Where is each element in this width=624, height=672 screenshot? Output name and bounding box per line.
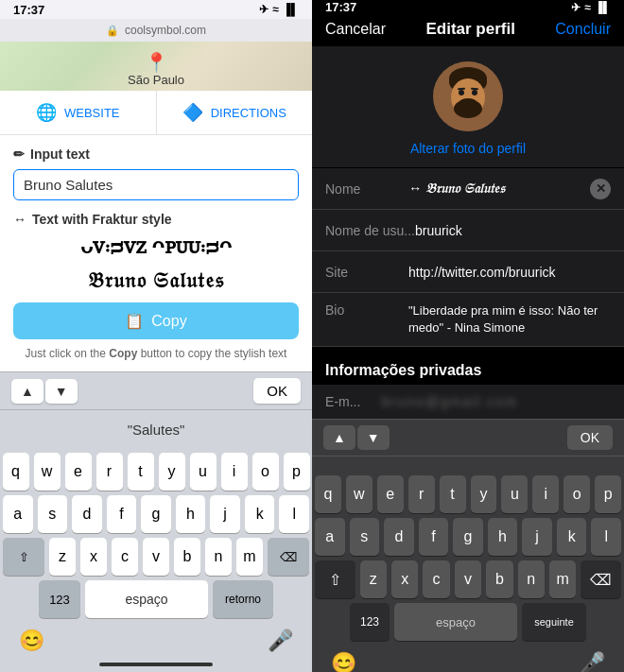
key-w[interactable]: w bbox=[34, 453, 61, 491]
rp-key-p[interactable]: p bbox=[595, 475, 621, 513]
rp-delete-key[interactable]: ⌫ bbox=[581, 560, 621, 598]
right-status-icons: ✈ ≈ ▐▌ bbox=[571, 1, 611, 14]
directions-button[interactable]: 🔷 DIRECTIONS bbox=[157, 91, 313, 134]
mic-button[interactable]: 🎤 bbox=[268, 629, 293, 653]
key-x[interactable]: x bbox=[80, 538, 107, 576]
airplane-icon: ✈ bbox=[259, 3, 269, 16]
rp-key-y[interactable]: y bbox=[471, 475, 497, 513]
key-e[interactable]: e bbox=[65, 453, 92, 491]
profile-fields: Nome ↔ 𝔅𝔯𝔲𝔫𝔬 𝔖𝔞𝔩𝔲𝔱𝔢𝔰 ✕ Nome de usu... br… bbox=[312, 168, 624, 347]
username-value: bruurick bbox=[415, 223, 611, 238]
text-input[interactable] bbox=[13, 169, 299, 200]
rp-key-l[interactable]: l bbox=[591, 518, 621, 556]
right-emoji-button[interactable]: 😊 bbox=[331, 651, 356, 672]
avatar[interactable] bbox=[433, 61, 503, 131]
battery-icon: ▐▌ bbox=[283, 3, 299, 16]
confirm-button[interactable]: Concluir bbox=[555, 21, 611, 38]
rp-key-r[interactable]: r bbox=[408, 475, 435, 513]
rp-key-q[interactable]: q bbox=[315, 475, 341, 513]
key-d[interactable]: d bbox=[72, 495, 102, 533]
key-n[interactable]: n bbox=[205, 538, 232, 576]
rp-key-k[interactable]: k bbox=[557, 518, 587, 556]
rp-key-u[interactable]: u bbox=[501, 475, 528, 513]
right-down-arrow[interactable]: ▼ bbox=[357, 425, 390, 450]
copy-button[interactable]: 📋 Copy bbox=[13, 302, 299, 339]
shift-key[interactable]: ⇧ bbox=[3, 538, 44, 576]
website-button[interactable]: 🌐 WEBSITE bbox=[0, 91, 157, 134]
rp-return-key[interactable]: seguinte bbox=[522, 603, 586, 641]
svg-point-6 bbox=[459, 90, 464, 95]
rp-key-e[interactable]: e bbox=[377, 475, 404, 513]
down-arrow-button[interactable]: ▼ bbox=[45, 379, 78, 404]
key-g[interactable]: g bbox=[141, 495, 171, 533]
key-k[interactable]: k bbox=[245, 495, 275, 533]
key-l[interactable]: l bbox=[279, 495, 309, 533]
key-u[interactable]: u bbox=[190, 453, 217, 491]
key-s[interactable]: s bbox=[38, 495, 68, 533]
right-mic-button[interactable]: 🎤 bbox=[580, 651, 605, 672]
rp-key-h[interactable]: h bbox=[488, 518, 518, 556]
ok-button[interactable]: OK bbox=[253, 378, 301, 404]
rp-key-j[interactable]: j bbox=[522, 518, 552, 556]
right-status-bar: 17:37 ✈ ≈ ▐▌ bbox=[312, 0, 624, 14]
key-i[interactable]: i bbox=[221, 453, 248, 491]
key-j[interactable]: j bbox=[210, 495, 240, 533]
rp-key-z[interactable]: z bbox=[360, 560, 387, 598]
private-email-field: E-m... bruno@gmail.com bbox=[312, 385, 624, 419]
key-t[interactable]: t bbox=[128, 453, 154, 491]
rp-key-x[interactable]: x bbox=[391, 560, 418, 598]
rp-key-b[interactable]: b bbox=[486, 560, 512, 598]
emoji-button[interactable]: 😊 bbox=[19, 629, 44, 653]
delete-key[interactable]: ⌫ bbox=[268, 538, 309, 576]
rp-key-f[interactable]: f bbox=[419, 518, 449, 556]
nome-clear-button[interactable]: ✕ bbox=[590, 179, 611, 199]
key-b[interactable]: b bbox=[174, 538, 200, 576]
key-f[interactable]: f bbox=[107, 495, 137, 533]
rp-space-key[interactable]: espaço bbox=[394, 603, 517, 641]
home-indicator-wrapper bbox=[0, 663, 312, 672]
up-arrow-button[interactable]: ▲ bbox=[11, 379, 43, 404]
rp-key-v[interactable]: v bbox=[455, 560, 481, 598]
change-photo-link[interactable]: Alterar foto do perfil bbox=[410, 141, 526, 156]
key-a[interactable]: a bbox=[3, 495, 33, 533]
rp-key-a[interactable]: a bbox=[315, 518, 345, 556]
key-v[interactable]: v bbox=[143, 538, 169, 576]
rp-key-g[interactable]: g bbox=[453, 518, 483, 556]
right-up-arrow[interactable]: ▲ bbox=[323, 425, 355, 450]
rp-shift-key[interactable]: ⇧ bbox=[315, 560, 355, 598]
rp-key-s[interactable]: s bbox=[350, 518, 380, 556]
nome-value: ↔ 𝔅𝔯𝔲𝔫𝔬 𝔖𝔞𝔩𝔲𝔱𝔢𝔰 bbox=[408, 181, 590, 197]
key-h[interactable]: h bbox=[176, 495, 206, 533]
key-m[interactable]: m bbox=[236, 538, 263, 576]
autocomplete-word[interactable]: "Salutes" bbox=[109, 418, 204, 441]
key-z[interactable]: z bbox=[49, 538, 76, 576]
rp-key-t[interactable]: t bbox=[440, 475, 466, 513]
num-key[interactable]: 123 bbox=[39, 580, 80, 618]
cancel-button[interactable]: Cancelar bbox=[325, 21, 386, 38]
rp-key-c[interactable]: c bbox=[423, 560, 449, 598]
private-section-label: Informações privadas bbox=[325, 362, 481, 378]
field-username: Nome de usu... bruurick bbox=[312, 210, 624, 251]
username-label: Nome de usu... bbox=[325, 223, 415, 238]
key-r[interactable]: r bbox=[96, 453, 123, 491]
input-section-title: ✏ Input text bbox=[13, 146, 299, 162]
key-y[interactable]: y bbox=[159, 453, 185, 491]
rp-key-o[interactable]: o bbox=[563, 475, 590, 513]
rp-num-key[interactable]: 123 bbox=[350, 603, 390, 641]
key-q[interactable]: q bbox=[3, 453, 29, 491]
hint-text: Just click on the Copy button to copy th… bbox=[13, 347, 299, 360]
wifi-icon: ≈ bbox=[272, 3, 279, 16]
copy-button-label: Copy bbox=[151, 313, 186, 330]
avatar-image bbox=[433, 61, 503, 131]
rp-key-d[interactable]: d bbox=[384, 518, 414, 556]
key-p[interactable]: p bbox=[284, 453, 310, 491]
key-o[interactable]: o bbox=[252, 453, 279, 491]
key-c[interactable]: c bbox=[112, 538, 138, 576]
space-key[interactable]: espaço bbox=[85, 580, 208, 618]
rp-key-m[interactable]: m bbox=[549, 560, 576, 598]
rp-key-w[interactable]: w bbox=[346, 475, 373, 513]
rp-key-n[interactable]: n bbox=[518, 560, 545, 598]
right-ok-button[interactable]: OK bbox=[567, 425, 613, 450]
rp-key-i[interactable]: i bbox=[532, 475, 559, 513]
return-key[interactable]: retorno bbox=[213, 580, 273, 618]
